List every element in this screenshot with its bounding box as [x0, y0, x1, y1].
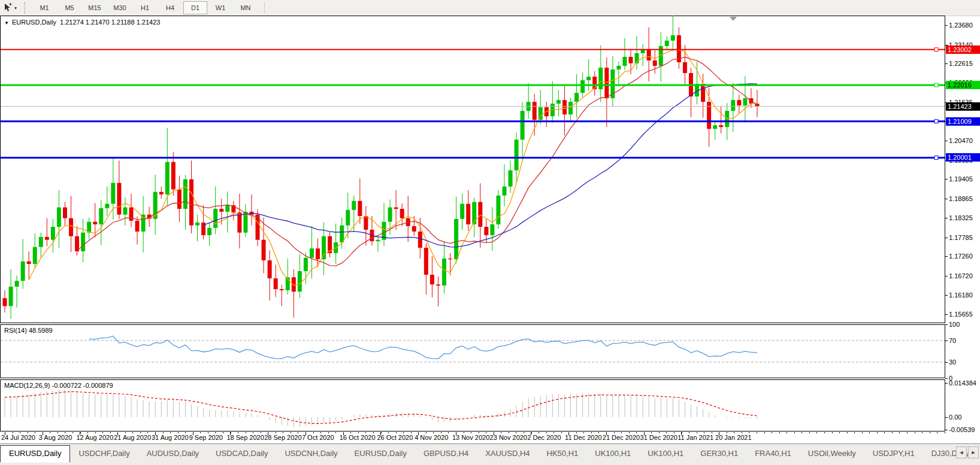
- price-axis-tick: [945, 276, 948, 276]
- cursor-tool-icon[interactable]: [2, 2, 13, 13]
- timeframe-button-m15[interactable]: M15: [83, 1, 107, 14]
- toolbar-separator: [264, 2, 265, 14]
- rsi-axis-tick: [945, 341, 948, 341]
- tab-scroll-right-icon[interactable]: ►: [968, 446, 979, 458]
- price-axis-label: 1.17260: [949, 253, 973, 260]
- macd-axis-tick: [945, 430, 948, 430]
- price-axis-tick: [945, 63, 948, 64]
- chart-tab-usdcnh-daily[interactable]: USDCNH,Daily: [276, 446, 346, 461]
- price-axis-tick: [945, 25, 948, 26]
- chart-tab-eurusd-daily[interactable]: EURUSD,Daily: [0, 445, 70, 463]
- price-axis-label: 1.18865: [949, 195, 973, 202]
- chart-collapse-icon[interactable]: ▼: [4, 20, 9, 26]
- date-axis-label: 12 Aug 2020: [76, 434, 113, 441]
- date-axis-label: 31 Aug 2020: [152, 434, 189, 441]
- price-axis-label: 1.18325: [949, 214, 973, 221]
- chart-ohlc: 1.21274 1.21470 1.21188 1.21423: [60, 19, 160, 26]
- date-axis-label: 26 Oct 2020: [377, 434, 413, 441]
- price-axis-label: 1.16180: [949, 291, 973, 299]
- macd-axis-label: 0.00: [949, 414, 961, 421]
- macd-axis-tick: [945, 417, 948, 418]
- price-axis-tick: [945, 179, 948, 180]
- price-axis-label: 1.15655: [949, 311, 973, 318]
- price-badge: 1.21009: [946, 117, 980, 126]
- date-axis[interactable]: 24 Jul 20203 Aug 202012 Aug 202021 Aug 2…: [0, 432, 980, 443]
- toolbar-grip[interactable]: [24, 2, 27, 14]
- chart-tab-usoil-weekly[interactable]: USOil,Weekly: [800, 446, 864, 461]
- price-badge: 1.20001: [946, 153, 980, 162]
- date-axis-label: 13 Nov 2020: [452, 434, 489, 441]
- chart-tab-bar: EURUSD,DailyUSDCHF,DailyAUDUSD,DailyUSDC…: [0, 443, 980, 465]
- timeframe-button-m1[interactable]: M1: [32, 1, 56, 14]
- rsi-axis-label: 100: [949, 321, 960, 328]
- rsi-header: RSI(14) 48.5989: [4, 327, 53, 334]
- chart-title: ▼EURUSD,Daily 1.21274 1.21470 1.21188 1.…: [4, 19, 160, 26]
- chart-tab-usdjpy-h1[interactable]: USDJPY,H1: [864, 446, 923, 461]
- price-axis-label: 1.20470: [949, 137, 973, 144]
- chart-tab-fra40-h1[interactable]: FRA40,H1: [746, 446, 800, 461]
- rsi-axis-label: 70: [949, 337, 956, 344]
- date-axis-label: 3 Aug 2020: [39, 434, 72, 441]
- chart-shift-marker-icon[interactable]: [730, 17, 737, 21]
- date-axis-label: 11 Dec 2020: [565, 434, 602, 441]
- date-axis-label: 9 Sep 2020: [189, 434, 223, 441]
- timeframe-button-d1[interactable]: D1: [183, 1, 207, 14]
- macd-header: MACD(12,26,9) -0.000722 -0.000879: [4, 382, 113, 389]
- timeframe-toolbar: ▾ M1M5M15M30H1H4D1W1MN: [0, 0, 980, 16]
- rsi-axis-label: 30: [949, 358, 956, 366]
- price-axis-label: 1.19405: [949, 175, 973, 183]
- chart-tab-uk100-h1[interactable]: UK100,H1: [586, 446, 639, 461]
- rsi-chart[interactable]: [0, 324, 945, 378]
- date-axis-label: 21 Aug 2020: [114, 434, 151, 441]
- chart-tab-audusd-daily[interactable]: AUDUSD,Daily: [138, 446, 207, 461]
- chart-tab-hk50-h1[interactable]: HK50,H1: [539, 446, 587, 461]
- price-axis-label: 1.17785: [949, 234, 973, 241]
- date-axis-label: 11 Jan 2021: [677, 434, 713, 441]
- chart-tab-eurusd-daily[interactable]: EURUSD,Daily: [346, 446, 415, 461]
- price-badge: 1.22016: [946, 81, 980, 89]
- timeframe-button-m5[interactable]: M5: [58, 1, 81, 14]
- chart-tab-uk100-h1[interactable]: UK100,H1: [639, 446, 692, 461]
- price-axis-tick: [945, 199, 948, 199]
- chart-tab-gbpusd-h4[interactable]: GBPUSD,H4: [415, 446, 477, 461]
- date-axis-label: 21 Dec 2020: [603, 434, 640, 441]
- price-axis-tick: [945, 141, 948, 141]
- date-axis-label: 18 Sep 2020: [226, 434, 264, 441]
- timeframe-button-h4[interactable]: H4: [158, 1, 182, 14]
- date-axis-label: 31 Dec 2020: [640, 434, 677, 441]
- date-axis-label: 20 Jan 2021: [715, 434, 752, 441]
- price-axis-tick: [945, 314, 948, 315]
- price-axis-label: 1.16720: [949, 272, 973, 279]
- chart-tab-usdchf-daily[interactable]: USDCHF,Daily: [70, 446, 138, 461]
- mt4-window: ▾ M1M5M15M30H1H4D1W1MN ▼EURUSD,Daily 1.2…: [0, 0, 980, 465]
- macd-chart[interactable]: [0, 379, 945, 431]
- macd-axis-tick: [945, 383, 948, 384]
- date-axis-label: 24 Jul 2020: [1, 434, 35, 441]
- chart-symbol: EURUSD,Daily: [12, 19, 56, 26]
- date-axis-label: 23 Nov 2020: [490, 434, 527, 441]
- price-badge: 1.23002: [946, 45, 980, 54]
- rsi-axis-tick: [945, 378, 948, 379]
- rsi-axis-tick: [945, 324, 948, 325]
- cursor-tool-dropdown-icon[interactable]: ▾: [14, 5, 17, 11]
- date-axis-label: 2 Dec 2020: [527, 434, 561, 441]
- price-axis-label: 1.22615: [949, 60, 973, 67]
- timeframe-button-h1[interactable]: H1: [133, 1, 157, 14]
- chart-tab-xauusd-h4[interactable]: XAUUSD,H4: [477, 446, 538, 461]
- timeframe-button-w1[interactable]: W1: [208, 1, 232, 14]
- macd-axis-label: -0.00539: [949, 426, 975, 433]
- tab-scroll-left-icon[interactable]: ◄: [956, 446, 967, 458]
- timeframe-button-m30[interactable]: M30: [108, 1, 132, 14]
- chart-tab-ger30-h1[interactable]: GER30,H1: [692, 446, 746, 461]
- date-axis-label: 28 Sep 2020: [264, 434, 301, 441]
- date-axis-label: 4 Nov 2020: [415, 434, 448, 441]
- date-axis-label: 16 Oct 2020: [340, 434, 376, 441]
- price-axis-tick: [945, 218, 948, 218]
- price-axis-label: 1.23680: [949, 22, 973, 29]
- price-axis-tick: [945, 295, 948, 296]
- price-chart[interactable]: [0, 16, 945, 323]
- timeframe-button-mn[interactable]: MN: [234, 1, 258, 14]
- chart-tab-usdcad-daily[interactable]: USDCAD,Daily: [207, 446, 276, 461]
- price-axis-tick: [945, 256, 948, 257]
- price-axis-tick: [945, 238, 948, 238]
